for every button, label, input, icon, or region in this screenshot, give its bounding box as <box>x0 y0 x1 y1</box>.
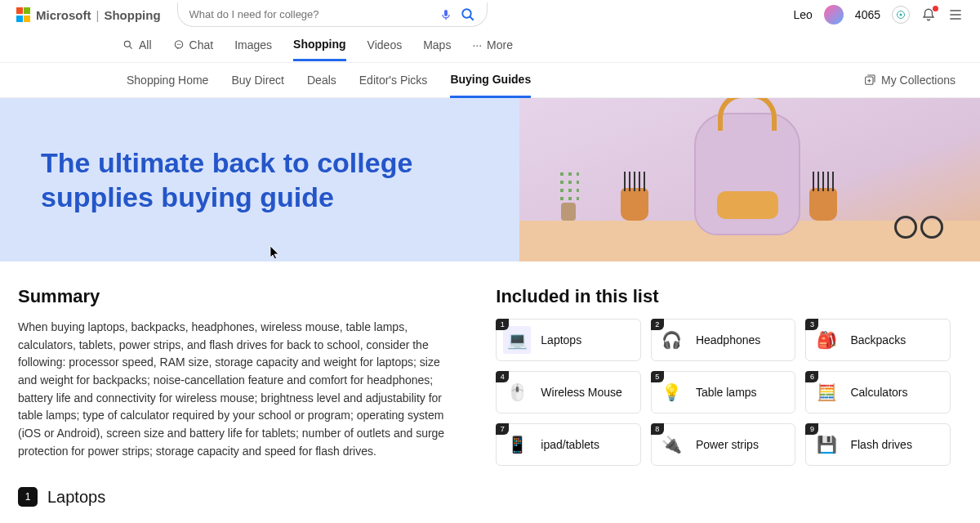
included-card-laptops[interactable]: 1💻Laptops <box>496 319 641 361</box>
card-number-badge: 3 <box>805 319 818 330</box>
included-card-table-lamps[interactable]: 5💡Table lamps <box>651 371 796 413</box>
hero-text-area: The ultimate back to college supplies bu… <box>0 98 519 262</box>
card-thumb-icon: 🧮 <box>813 378 840 406</box>
included-card-backpacks[interactable]: 3🎒Backpacks <box>805 319 951 361</box>
hero-title: The ultimate back to college supplies bu… <box>41 145 479 215</box>
card-thumb-icon: 📱 <box>503 431 531 458</box>
summary-section: Summary When buying laptops, backpacks, … <box>18 286 447 466</box>
brand-shopping: Shopping <box>104 8 160 22</box>
user-area: Leo 4065 <box>793 5 964 25</box>
card-label: Table lamps <box>696 386 757 399</box>
brand-separator: | <box>96 8 100 22</box>
scope-bar: All Chat Images Shopping Videos Maps ···… <box>0 29 980 62</box>
user-name[interactable]: Leo <box>793 8 812 21</box>
card-label: Power strips <box>696 438 759 451</box>
svg-point-10 <box>180 44 180 45</box>
scope-shopping[interactable]: Shopping <box>293 38 346 61</box>
svg-point-9 <box>178 44 179 45</box>
subnav-buy-direct[interactable]: Buy Direct <box>231 64 284 96</box>
card-label: Headphones <box>696 333 760 346</box>
card-thumb-icon: 💻 <box>503 326 531 354</box>
search-box[interactable] <box>177 2 488 27</box>
section-number-badge: 1 <box>18 487 38 507</box>
scope-all[interactable]: All <box>122 38 152 60</box>
svg-point-1 <box>462 9 471 18</box>
card-thumb-icon: 💡 <box>658 378 686 406</box>
search-input[interactable] <box>189 8 431 20</box>
summary-text: When buying laptops, backpacks, headphon… <box>18 319 447 461</box>
hamburger-icon[interactable] <box>947 7 964 23</box>
my-collections-link[interactable]: My Collections <box>863 74 956 87</box>
svg-rect-0 <box>444 10 448 16</box>
ellipsis-icon: ··· <box>472 38 482 51</box>
card-number-badge: 7 <box>496 423 509 435</box>
included-card-flash-drives[interactable]: 9💾Flash drives <box>805 423 951 466</box>
included-grid: 1💻Laptops2🎧Headphones3🎒Backpacks4🖱️Wirel… <box>496 319 951 466</box>
card-thumb-icon: 🖱️ <box>503 378 531 406</box>
avatar[interactable] <box>824 5 844 25</box>
mic-icon[interactable] <box>439 8 452 21</box>
search-small-icon <box>122 39 134 51</box>
included-card-power-strips[interactable]: 8🔌Power strips <box>651 423 796 466</box>
card-label: Flash drives <box>850 438 911 451</box>
scope-more[interactable]: ··· More <box>472 38 513 60</box>
microsoft-logo-icon <box>16 7 31 22</box>
shopping-subnav: Shopping Home Buy Direct Deals Editor's … <box>0 62 980 98</box>
card-label: Backpacks <box>850 333 906 346</box>
card-thumb-icon: 🎒 <box>813 326 840 354</box>
card-number-badge: 2 <box>651 319 664 330</box>
svg-point-4 <box>900 14 902 16</box>
section-laptops-header: 1 Laptops <box>0 474 980 520</box>
scope-videos[interactable]: Videos <box>368 38 403 60</box>
scope-chat[interactable]: Chat <box>173 38 214 60</box>
search-icon[interactable] <box>461 7 475 22</box>
content-row: Summary When buying laptops, backpacks, … <box>0 262 980 474</box>
card-label: Wireless Mouse <box>541 386 622 399</box>
hero-banner: The ultimate back to college supplies bu… <box>0 98 980 262</box>
brand[interactable]: Microsoft | Shopping <box>16 7 161 22</box>
card-label: Laptops <box>541 333 581 346</box>
included-card-wireless-mouse[interactable]: 4🖱️Wireless Mouse <box>496 371 641 413</box>
collections-icon <box>863 74 876 87</box>
included-card-headphones[interactable]: 2🎧Headphones <box>651 319 796 361</box>
bell-icon[interactable] <box>921 7 936 22</box>
subnav-buying-guides[interactable]: Buying Guides <box>450 63 531 98</box>
subnav-deals[interactable]: Deals <box>307 64 336 96</box>
chat-icon <box>173 39 185 51</box>
card-number-badge: 9 <box>805 423 818 435</box>
svg-point-8 <box>176 44 177 45</box>
subnav-home[interactable]: Shopping Home <box>127 64 208 96</box>
card-thumb-icon: 🔌 <box>658 431 686 458</box>
card-number-badge: 5 <box>651 371 664 382</box>
included-card-calculators[interactable]: 6🧮Calculators <box>805 371 951 413</box>
card-number-badge: 6 <box>805 371 818 382</box>
card-number-badge: 8 <box>651 423 664 435</box>
card-label: Calculators <box>850 386 907 399</box>
brand-microsoft: Microsoft <box>36 8 91 22</box>
summary-heading: Summary <box>18 286 447 307</box>
subnav-editors-picks[interactable]: Editor's Picks <box>359 64 428 96</box>
card-thumb-icon: 💾 <box>813 431 840 458</box>
hero-image <box>519 98 980 262</box>
included-card-ipad-tablets[interactable]: 7📱ipad/tablets <box>496 423 641 466</box>
scope-images[interactable]: Images <box>234 38 272 60</box>
svg-line-6 <box>129 46 132 49</box>
card-label: ipad/tablets <box>541 438 599 451</box>
rewards-icon[interactable] <box>892 6 910 24</box>
svg-line-2 <box>470 16 474 20</box>
included-section: Included in this list 1💻Laptops2🎧Headpho… <box>496 286 951 466</box>
card-number-badge: 1 <box>496 319 509 330</box>
card-number-badge: 4 <box>496 371 509 382</box>
included-heading: Included in this list <box>496 286 951 307</box>
points-value[interactable]: 4065 <box>855 8 880 21</box>
section-title: Laptops <box>47 488 105 507</box>
card-thumb-icon: 🎧 <box>658 326 686 354</box>
scope-maps[interactable]: Maps <box>423 38 451 60</box>
top-bar: Microsoft | Shopping Leo 4065 <box>0 0 980 29</box>
